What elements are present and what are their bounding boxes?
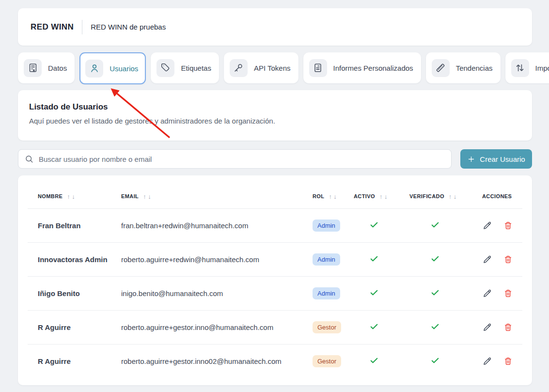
search-row: Crear Usuario (18, 149, 532, 169)
section-subtitle: Aquí puedes ver el listado de gestores y… (29, 117, 532, 125)
tab-label: Importar/Expo (535, 64, 549, 72)
column-header-activo: ACTIVO↑↓ (354, 193, 409, 200)
active-check-icon (369, 322, 379, 331)
role-badge: Gestor (313, 355, 341, 367)
org-header: RED WINN RED WINN de pruebas (18, 8, 532, 46)
key-icon (233, 63, 244, 73)
pencil-icon (482, 220, 492, 231)
column-header-acciones: ACCIONES (482, 193, 522, 199)
edit-user-button[interactable] (482, 288, 492, 298)
trash-icon (503, 221, 513, 230)
role-badge: Gestor (313, 321, 341, 333)
sort-arrows-icon[interactable]: ↑↓ (329, 193, 337, 200)
tab-informes-personalizados[interactable]: Informes Personalizados (303, 52, 421, 83)
delete-user-button[interactable] (503, 289, 513, 298)
divider (82, 20, 82, 34)
table-row: Fran Beltran fran.beltran+redwin@humanai… (28, 209, 522, 243)
delete-user-button[interactable] (503, 323, 513, 332)
role-badge: Admin (313, 287, 340, 299)
org-name: RED WINN de pruebas (91, 23, 166, 31)
sort-arrows-icon[interactable]: ↑↓ (449, 193, 457, 200)
delete-user-button[interactable] (503, 357, 513, 366)
column-header-verificado: VERIFICADO↑↓ (409, 193, 482, 200)
trash-icon (503, 323, 513, 332)
create-user-button[interactable]: Crear Usuario (460, 149, 532, 169)
tab-icon-tile (511, 59, 529, 77)
sort-arrows-icon[interactable]: ↑↓ (67, 193, 75, 200)
tab-icon-tile (309, 59, 327, 77)
tab-bar: Datos Usuarios Etiquetas API Tokens Info… (18, 52, 549, 84)
ruler-icon (435, 63, 446, 73)
report-icon (313, 63, 323, 73)
table-row: R Aguirre roberto.aguirre+gestor.inno02@… (28, 345, 522, 378)
edit-user-button[interactable] (482, 254, 492, 265)
tab-icon-tile (85, 60, 103, 78)
user-name: R Aguirre (28, 323, 121, 331)
role-badge: Admin (313, 220, 340, 232)
pencil-icon (482, 356, 492, 366)
user-email: roberto.aguirre+gestor.inno@humanaitech.… (121, 323, 313, 331)
tab-icon-tile (432, 59, 450, 77)
tab-label: API Tokens (254, 64, 291, 72)
plus-icon (467, 155, 475, 163)
active-check-icon (369, 288, 379, 298)
delete-user-button[interactable] (503, 221, 513, 230)
tab-tendencias[interactable]: Tendencias (426, 52, 501, 83)
user-email: inigo.benito@humanaitech.com (121, 289, 313, 298)
search-input[interactable] (38, 155, 451, 164)
tab-icon-tile (230, 59, 248, 77)
search-icon (25, 155, 33, 163)
table-body: Fran Beltran fran.beltran+redwin@humanai… (28, 209, 522, 378)
column-header-rol: ROL↑↓ (313, 193, 354, 200)
tab-label: Etiquetas (181, 64, 211, 72)
create-user-label: Crear Usuario (480, 155, 525, 163)
tab-api-tokens[interactable]: API Tokens (224, 52, 298, 83)
tab-importar-exportar[interactable]: Importar/Expo (505, 52, 549, 83)
tab-datos[interactable]: Datos (18, 52, 75, 83)
sort-arrows-icon[interactable]: ↑↓ (379, 193, 388, 200)
active-check-icon (369, 254, 379, 264)
trash-icon (503, 357, 513, 366)
pencil-icon (482, 254, 492, 265)
user-name: R Aguirre (28, 357, 121, 365)
user-icon (89, 63, 100, 74)
active-check-icon (369, 220, 379, 230)
pencil-icon (482, 322, 492, 332)
edit-user-button[interactable] (482, 220, 492, 231)
tab-label: Usuarios (110, 64, 138, 73)
tab-label: Informes Personalizados (333, 64, 413, 72)
user-email: roberto.aguirre+redwin@humanaitech.com (121, 255, 313, 264)
table-row: R Aguirre roberto.aguirre+gestor.inno@hu… (28, 311, 522, 345)
tab-usuarios[interactable]: Usuarios (79, 52, 146, 84)
search-box (18, 149, 452, 169)
active-check-icon (369, 356, 379, 365)
trash-icon (503, 289, 513, 298)
tab-icon-tile (24, 59, 42, 77)
user-email: fran.beltran+redwin@humanaitech.com (121, 221, 313, 230)
table-row: Iñigo Benito inigo.benito@humanaitech.co… (28, 277, 522, 311)
edit-user-button[interactable] (482, 356, 492, 366)
delete-user-button[interactable] (503, 255, 513, 264)
tab-etiquetas[interactable]: Etiquetas (151, 52, 219, 83)
users-section-card: Listado de Usuarios Aquí puedes ver el l… (18, 90, 532, 141)
verified-check-icon (430, 288, 440, 298)
section-title: Listado de Usuarios (29, 102, 532, 112)
verified-check-icon (430, 220, 440, 230)
sort-arrows-icon[interactable]: ↑↓ (143, 193, 151, 200)
tab-icon-tile (157, 59, 174, 77)
tab-label: Datos (48, 64, 67, 72)
table-header-row: NOMBRE↑↓ EMAIL↑↓ ROL↑↓ ACTIVO↑↓ VERIFICA… (28, 184, 522, 209)
building-icon (28, 63, 38, 73)
table-row: Innovactoras Admin roberto.aguirre+redwi… (28, 243, 522, 277)
brand-name: RED WINN (31, 22, 74, 32)
tag-icon (160, 63, 171, 73)
user-name: Innovactoras Admin (28, 255, 121, 264)
verified-check-icon (430, 356, 440, 365)
column-header-email: EMAIL↑↓ (121, 193, 313, 200)
edit-user-button[interactable] (482, 322, 492, 332)
user-name: Fran Beltran (28, 221, 121, 230)
role-badge: Admin (313, 253, 340, 266)
verified-check-icon (430, 254, 440, 264)
pencil-icon (482, 288, 492, 298)
user-name: Iñigo Benito (28, 289, 121, 298)
